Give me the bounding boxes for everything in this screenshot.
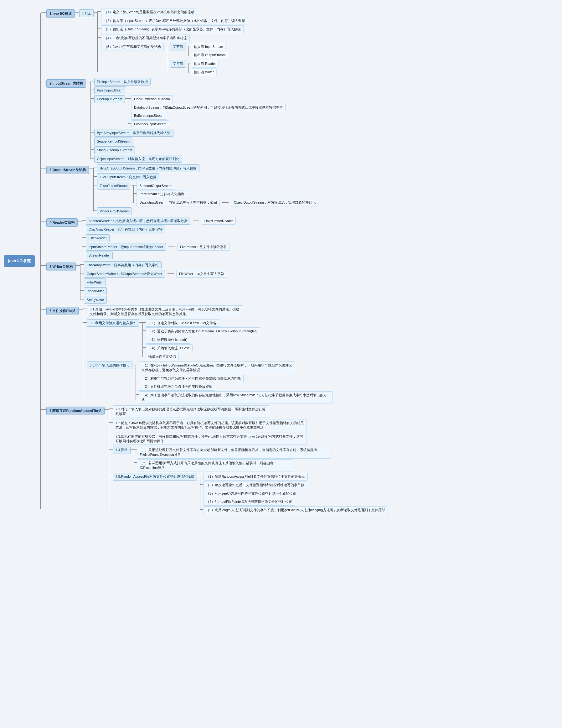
s5-pipedwriter: PipedWriter — [84, 287, 107, 295]
s5-filewriter: FileWriter：向文件中写入字符 — [176, 270, 227, 278]
s1-item1: （1）定义：流(Stream)是指数据在计算机各部件之间的流动 — [101, 8, 197, 16]
s5-outputstreamwriter: OutputStreamWriter：把OutputStream转换为Write… — [84, 270, 165, 278]
s1-item5: （5）Java中字节流和字符流的类结构 — [101, 43, 164, 51]
s6-62-1: （1）创建文件对象 File file = new File(文件名) — [146, 319, 221, 327]
s4-bufferedreader: BufferedReader：把数据读入缓冲区，然后直接从缓冲区读取数据 — [86, 217, 190, 225]
s3-filteroutput: FilterOutputStream — [97, 182, 131, 190]
s1-bytestm: 字节流 — [170, 43, 186, 51]
s5-filterwriter: FilterWriter — [84, 278, 106, 286]
s1-item3: （3）输出流（Output Stream）表示Java程序向外部（比如显示器、文… — [101, 25, 244, 33]
s7-74-2: （2）若试图用读/写方式打开有只读属性的文件或出现了其他输入输出错误时，则会抛出… — [137, 459, 293, 471]
section-3: 3.OutputStream类结构 ByteArrayOutputStream：… — [41, 164, 558, 215]
mind-map-page: java I/O系统 1.java I/O概述 1.1.流 — [0, 0, 562, 522]
s3-printstream: PrintStream：进行格式化输出 — [137, 190, 187, 198]
s1-reader: 输入流 Reader — [191, 60, 219, 68]
s4-filereader: FileReader：从文件中读取字符 — [177, 243, 230, 251]
s6-62-4: （4）关闭输入出流 is.close — [146, 344, 193, 352]
s1-item4: （4）I/O流按读/写数据的不同类型分为字节流和字符流 — [101, 34, 190, 42]
s3-objectoutput: ObjectOutputStream：对象输出流，实现对象的序列化 — [231, 199, 318, 206]
section-3-label: 3.OutputStream类结构 — [46, 166, 89, 174]
s3-bufferedoutput: BufferedOutputStream — [137, 182, 175, 190]
s2-datainput: DataInputStream：与DataOutputStream搭配使用，可以… — [131, 104, 285, 112]
s7-75-5: （5）利用length()方法可得到文件的字节长度，利用getPointer()… — [203, 506, 388, 514]
root-node: java I/O系统 — [4, 255, 35, 267]
s7-74-1: （1）采用流处理打开文件若文件不存在会自动创建新文件，但采用随机存取类，当指定的… — [137, 446, 331, 458]
s7-72: 7.2.优点：Java.io提供的随机存取类不属于流，它具有随机读写文件的功能。… — [113, 419, 307, 431]
s1-writer: 输出流 Writer — [191, 68, 217, 76]
section-1: 1.java I/O概述 1.1.流 （1）定 — [41, 8, 558, 76]
s2-pipedinput: PipedInputStream — [94, 86, 126, 94]
s4-filterreader: FilterReader — [86, 234, 110, 242]
s5-stringwriter: StringWriter — [84, 296, 107, 304]
s7-71: 7.1.对比：输入输出流对数据的处理总点是按照先顺序读取流数据或写流数据，而不能… — [113, 405, 269, 418]
s2-fileinput: FileInputStream：从文件读取数据 — [94, 78, 151, 86]
s6-63-4: （4）为了使由字节读取方法读取的内容能完整地输出，采用new String(by… — [139, 391, 333, 403]
s1-outputstream: 输出流 OutputStream — [191, 51, 228, 59]
s1-item2: （2）输入流（Input Stream）表示Java程序从外部数据源（比如键盘、… — [101, 17, 248, 25]
s3-bytearray: ByteArrayOutputStream：向字节数组（内存的缓冲区）写入数据 — [97, 164, 200, 172]
section-7-label: 7.随机存取RandomAccessFile类 — [46, 407, 105, 415]
s6-intro: 6.1.介绍：java.io包中的File类专门管理磁盘文件以及目录。利用Fil… — [87, 305, 243, 318]
section-5-label: 5.Writer类结构 — [46, 263, 76, 271]
s7-73: 7.3.随机存取类的存取模式，有读模式和读/写模式两种，其中r代表以只读方式打开… — [113, 433, 307, 445]
s7-75-2: （2）每次读写操作之后，文件位置指针都相应后移读写的字节数 — [203, 481, 307, 489]
s2-filterinput: FilterInputStream — [94, 95, 125, 103]
section-2: 2.InputStream类结构 FileInputStream：从文件读取数据… — [41, 78, 558, 163]
s2-stringbuffer: StringBufferInputStream — [94, 146, 135, 154]
s2-objectinput: ObjectInputStream：对象输入流，实现对象的反序列化 — [94, 155, 183, 163]
s5-chararraywriter: CharArrayWriter：向字符数组（内存）写入字符 — [84, 261, 162, 269]
s3-dataiutput: DataIutputStream：向输出流中写入类型数据，如int — [137, 199, 220, 206]
s6-62-5: 输出操作与此类似 — [146, 353, 179, 361]
s4-chararray: CharArrayReader：从字符数组（内存）读取字符 — [86, 226, 165, 233]
section-5: 5.Writer类结构 CharArrayWriter：向字符数组（内存）写入字… — [41, 261, 558, 304]
s3-fileoutput: FileOutputStream：向文件中写入数据 — [97, 173, 159, 181]
s4-inputstreamreader: InputStreamReader：把InputStream转换为Reader — [86, 243, 166, 251]
s2-bufferedinput: BufferedInputStream — [131, 112, 167, 120]
section-4-label: 4.Reader类结构 — [46, 218, 77, 227]
s2-pushbackinput: PushbackInputStream — [131, 120, 169, 128]
s2-linenumber: LineNumberInputStream — [131, 95, 173, 103]
s4-linknumber: LinkNumberReader — [202, 217, 236, 225]
s7-75-3: （3）利用seek()方法可以移动文件位置指针到一个新的位置 — [203, 490, 299, 497]
s6-63-1: （1）在利用FileInputStream类和FileOutputStream类… — [139, 361, 295, 374]
s4-streamreader: StreamReader — [86, 252, 113, 259]
s7-75-4: （4）利用getFilePointer()方法可获得当前文件的指针位置 — [203, 498, 295, 506]
s1-1-label: 1.1.流 — [79, 9, 94, 17]
s6-63-3: （3）文件读取完毕之后必须关闭流以释放资源 — [139, 383, 215, 391]
s7-75-label: 7.5.RandomAccessFile对象文件位置指针遵循的规律 — [113, 473, 197, 481]
s7-74-label: 7.4.异常 — [113, 446, 131, 454]
s2-sequence: SequenceInputStream — [94, 138, 133, 145]
section-6-label: 6.文件操作File类 — [46, 307, 79, 315]
s1-inputstream: 输入流 InputStream — [191, 43, 226, 51]
section-1-label: 1.java I/O概述 — [46, 9, 75, 18]
s3-pipedoutput: PipedOutputStream — [97, 207, 132, 215]
s7-75-1: （1）新建RandomAccessFile对象文件位置指针位于文件的开头出 — [203, 473, 308, 481]
section-2-label: 2.InputStream类结构 — [46, 79, 86, 88]
s6-63-label: 6.3.字节输入流的操作技巧 — [87, 361, 133, 369]
s6-62-3: （3）进行读操作 is.read() — [146, 336, 190, 344]
section-7: 7.随机存取RandomAccessFile类 7.1.对比：输入输出流对数据的… — [41, 405, 558, 514]
section-6: 6.文件操作File类 6.1.介绍：java.io包中的File类专门管理磁盘… — [41, 305, 558, 403]
s2-bytearrayinput: ByteArrayInputStream：将字节数组转换为输入流 — [94, 129, 174, 137]
s6-62-label: 6.2.利用文件流来进行输入操作 — [87, 319, 139, 327]
section-4: 4.Reader类结构 BufferedReader：把数据读入缓冲区，然后直接… — [41, 217, 558, 259]
s6-62-2: （2）通过子类实例化输入对象 InputStream is = new File… — [146, 327, 260, 335]
all-sections: 1.java I/O概述 1.1.流 （1）定 — [41, 8, 558, 514]
s6-63-2: （2）利用字节数组作为缓冲区还可以减少频繁I/O而降低系统性能 — [139, 375, 244, 382]
s1-charstm: 字符流 — [170, 60, 186, 68]
